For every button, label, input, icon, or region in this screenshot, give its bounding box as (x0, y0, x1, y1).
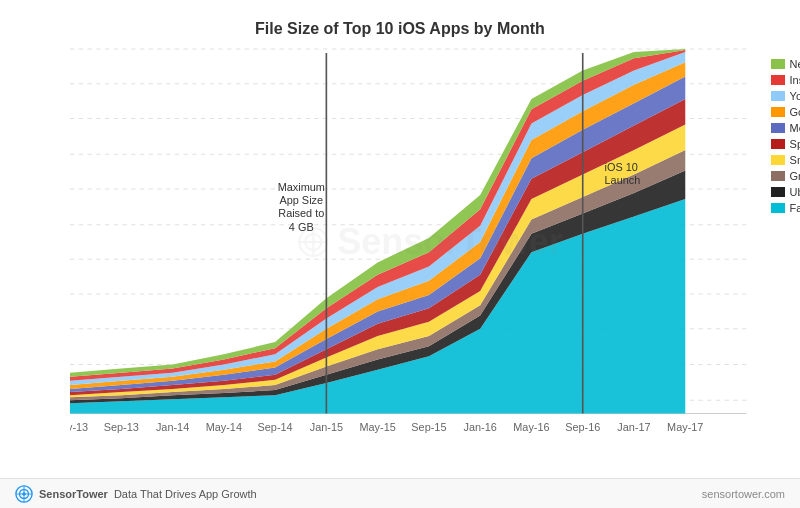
legend-item-messenger: Messenger (771, 122, 800, 134)
footer-website: sensortower.com (702, 488, 785, 500)
svg-text:May-15: May-15 (359, 421, 395, 433)
legend-item-instagram: Instagram (771, 74, 800, 86)
legend-color-gmail (771, 171, 785, 181)
svg-text:Sep-15: Sep-15 (411, 421, 446, 433)
legend-color-googlemaps (771, 107, 785, 117)
legend-color-spotify (771, 139, 785, 149)
legend-label-facebook: Facebook (790, 202, 800, 214)
legend-item-gmail: Gmail (771, 170, 800, 182)
legend-label-instagram: Instagram (790, 74, 800, 86)
legend-color-youtube (771, 91, 785, 101)
chart-svg: 0 MB 200 MB 400 MB 600 MB 800 MB 1.0 GB … (70, 48, 790, 436)
legend-item-uber: Uber (771, 186, 800, 198)
svg-text:App Size: App Size (279, 195, 323, 207)
svg-text:May-16: May-16 (513, 421, 549, 433)
footer: SensorTower Data That Drives App Growth … (0, 478, 800, 508)
svg-text:Launch: Launch (605, 174, 641, 186)
chart-area: SensorTower (70, 48, 790, 436)
legend-item-youtube: YouTube (771, 90, 800, 102)
legend-label-netflix: Netflix (790, 58, 800, 70)
legend-label-uber: Uber (790, 186, 800, 198)
svg-text:iOS 10: iOS 10 (605, 161, 638, 173)
legend-label-spotify: Spotify (790, 138, 800, 150)
chart-legend: Netflix Instagram YouTube Google Maps Me… (771, 58, 800, 214)
svg-text:4 GB: 4 GB (289, 221, 314, 233)
legend-item-googlemaps: Google Maps (771, 106, 800, 118)
svg-text:May-14: May-14 (206, 421, 242, 433)
chart-container: File Size of Top 10 iOS Apps by Month Se… (0, 0, 800, 508)
footer-left: SensorTower Data That Drives App Growth (15, 485, 257, 503)
legend-color-facebook (771, 203, 785, 213)
legend-label-googlemaps: Google Maps (790, 106, 800, 118)
svg-text:Jan-15: Jan-15 (310, 421, 343, 433)
chart-title: File Size of Top 10 iOS Apps by Month (10, 20, 790, 38)
legend-color-messenger (771, 123, 785, 133)
svg-text:Sep-14: Sep-14 (258, 421, 293, 433)
legend-color-uber (771, 187, 785, 197)
legend-item-facebook: Facebook (771, 202, 800, 214)
legend-color-netflix (771, 59, 785, 69)
svg-text:May-13: May-13 (70, 421, 88, 433)
legend-item-snapchat: Snapchat (771, 154, 800, 166)
legend-item-spotify: Spotify (771, 138, 800, 150)
svg-text:Maximum: Maximum (278, 181, 325, 193)
svg-text:Raised to: Raised to (278, 208, 324, 220)
footer-tagline: Data That Drives App Growth (114, 488, 257, 500)
legend-label-gmail: Gmail (790, 170, 800, 182)
svg-text:Sep-16: Sep-16 (565, 421, 600, 433)
svg-text:May-17: May-17 (667, 421, 703, 433)
svg-text:Jan-14: Jan-14 (156, 421, 189, 433)
legend-label-youtube: YouTube (790, 90, 800, 102)
legend-item-netflix: Netflix (771, 58, 800, 70)
legend-color-instagram (771, 75, 785, 85)
sensortower-footer-logo (15, 485, 33, 503)
svg-text:Jan-17: Jan-17 (617, 421, 650, 433)
legend-label-messenger: Messenger (790, 122, 800, 134)
svg-text:Sep-13: Sep-13 (104, 421, 139, 433)
footer-brand: SensorTower (39, 488, 108, 500)
legend-label-snapchat: Snapchat (790, 154, 800, 166)
svg-text:Jan-16: Jan-16 (464, 421, 497, 433)
legend-color-snapchat (771, 155, 785, 165)
